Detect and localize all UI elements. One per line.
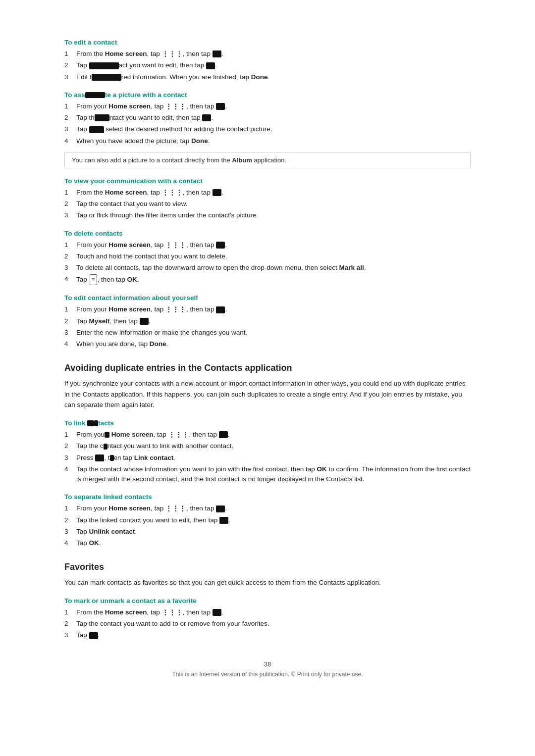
step-item: 3 Tap .	[64, 630, 471, 640]
dots-icon-3: ⋮⋮⋮	[162, 188, 183, 198]
section-link-contacts: To link tacts 1 From you Home screen, ta…	[64, 419, 471, 484]
redacted-inline	[85, 92, 105, 98]
step-item: 2 Tap thntact you want to edit, then tap…	[64, 113, 471, 123]
step-list-delete: 1 From your Home screen, tap ⋮⋮⋮, then t…	[64, 240, 471, 286]
section-title-view: To view your communication with a contac…	[64, 177, 471, 185]
step-item: 3 Tap Unlink contact.	[64, 527, 471, 537]
step-item: 1 From your Home screen, tap ⋮⋮⋮, then t…	[64, 101, 471, 111]
step-item: 2 Tap the contact you want to add to or …	[64, 619, 471, 629]
section-associate-picture: To asste a picture with a contact 1 From…	[64, 91, 471, 168]
copyright-text: This is an Internet version of this publ…	[64, 671, 471, 678]
step-item: 2 Tap the cntact you want to link with a…	[64, 441, 471, 451]
step-list-edit-contact: 1 From the Home screen, tap ⋮⋮⋮, then ta…	[64, 49, 471, 82]
step-item: 1 From your Home screen, tap ⋮⋮⋮, then t…	[64, 504, 471, 513]
step-list-link: 1 From you Home screen, tap ⋮⋮⋮, then ta…	[64, 430, 471, 484]
page-content: To edit a contact 1 From the Home screen…	[54, 0, 481, 707]
step-list-view: 1 From the Home screen, tap ⋮⋮⋮, then ta…	[64, 188, 471, 221]
redacted-icon-13	[89, 632, 98, 639]
step-item: 1 From your Home screen, tap ⋮⋮⋮, then t…	[64, 304, 471, 314]
section-edit-contact: To edit a contact 1 From the Home screen…	[64, 39, 471, 82]
redacted-block-4	[89, 126, 104, 133]
redacted-icon-11	[219, 517, 228, 524]
step-item: 2 Tap act you want to edit, then tap .	[64, 60, 471, 70]
dots-icon-4: ⋮⋮⋮	[165, 240, 186, 250]
section-title-edit-contact: To edit a contact	[64, 39, 471, 46]
redacted-icon-sm	[206, 62, 215, 69]
menu-icon: ≡	[90, 274, 97, 285]
section-title-associate: To asste a picture with a contact	[64, 91, 471, 99]
step-item: 1 From the Home screen, tap ⋮⋮⋮, then ta…	[64, 49, 471, 59]
redacted-icon-4	[213, 189, 221, 196]
step-item: 4 Tap OK.	[64, 538, 471, 548]
section-delete-contacts: To delete contacts 1 From your Home scre…	[64, 230, 471, 286]
step-item: 2 Tap the contact that you want to view.	[64, 199, 471, 209]
redacted-icon-9	[95, 454, 104, 461]
page-footer: 38 This is an Internet version of this p…	[64, 660, 471, 678]
redacted-block-3	[95, 114, 109, 121]
step-item: 2 Tap the linked contact you want to edi…	[64, 515, 471, 525]
section-title-mark-favorite: To mark or unmark a contact as a favorit…	[64, 597, 471, 605]
step-item: 1 From your Home screen, tap ⋮⋮⋮, then t…	[64, 240, 471, 250]
step-item: 3 Edit tred information. When you are fi…	[64, 72, 471, 82]
page-number: 38	[64, 660, 471, 668]
redacted-icon-2	[216, 103, 225, 110]
step-item: 4 Tap the contact whose information you …	[64, 464, 471, 485]
step-list-associate: 1 From your Home screen, tap ⋮⋮⋮, then t…	[64, 101, 471, 146]
note-album: You can also add a picture to a contact …	[64, 152, 471, 168]
dots-icon-7: ⋮⋮⋮	[165, 504, 186, 513]
redacted-block	[89, 62, 119, 69]
step-item: 4 Tap ≡, then tap OK.	[64, 274, 471, 285]
redacted-icon-6	[216, 306, 225, 313]
h2-favorites: Favorites	[64, 562, 471, 572]
dots-icon-5: ⋮⋮⋮	[165, 304, 186, 314]
dots-icon-2: ⋮⋮⋮	[165, 101, 186, 111]
redacted-block-2	[92, 74, 121, 81]
step-item: 1 From the Home screen, tap ⋮⋮⋮, then ta…	[64, 188, 471, 198]
favorites-body: You can mark contacts as favorites so th…	[64, 577, 471, 588]
step-item: 2 Tap Myself, then tap .	[64, 316, 471, 326]
step-list-edit-self: 1 From your Home screen, tap ⋮⋮⋮, then t…	[64, 304, 471, 349]
step-item: 1 From you Home screen, tap ⋮⋮⋮, then ta…	[64, 430, 471, 440]
redacted-icon-10	[216, 505, 225, 512]
step-item: 3 Tap or flick through the filter items …	[64, 210, 471, 220]
step-item: 2 Touch and hold the contact that you wa…	[64, 252, 471, 261]
step-item: 4 When you are done, tap Done.	[64, 339, 471, 349]
redacted-icon-12	[213, 609, 221, 616]
section-title-edit-self: To edit contact information about yourse…	[64, 294, 471, 302]
redacted-icon-5	[216, 242, 225, 249]
step-item: 3 To delete all contacts, tap the downwa…	[64, 263, 471, 273]
avoid-duplicates-body: If you synchronize your contacts with a …	[64, 378, 471, 410]
step-item: 1 From the Home screen, tap ⋮⋮⋮, then ta…	[64, 607, 471, 617]
redacted-icon-3	[202, 114, 211, 121]
section-separate-contacts: To separate linked contacts 1 From your …	[64, 493, 471, 548]
step-list-mark-favorite: 1 From the Home screen, tap ⋮⋮⋮, then ta…	[64, 607, 471, 641]
step-item: 3 Enter the new information or make the …	[64, 328, 471, 338]
section-view-communication: To view your communication with a contac…	[64, 177, 471, 221]
dots-icon-8: ⋮⋮⋮	[162, 607, 183, 617]
h2-avoid-duplicates: Avoiding duplicate entries in the Contac…	[64, 363, 471, 373]
section-edit-yourself: To edit contact information about yourse…	[64, 294, 471, 349]
section-title-delete: To delete contacts	[64, 230, 471, 237]
redacted-icon	[213, 50, 221, 57]
step-item: 3 Press , ten tap Link contact.	[64, 453, 471, 463]
step-item: 3 Tap select the desired method for addi…	[64, 124, 471, 134]
step-item: 4 When you have added the picture, tap D…	[64, 136, 471, 146]
redacted-icon-8	[219, 431, 228, 438]
redacted-icon-7	[140, 318, 149, 325]
section-avoid-duplicates: Avoiding duplicate entries in the Contac…	[64, 363, 471, 410]
section-title-link: To link tacts	[64, 419, 471, 427]
dots-icon-6: ⋮⋮⋮	[168, 430, 189, 440]
section-favorites: Favorites You can mark contacts as favor…	[64, 562, 471, 640]
dots-icon: ⋮⋮⋮	[162, 49, 183, 59]
step-list-separate: 1 From your Home screen, tap ⋮⋮⋮, then t…	[64, 504, 471, 548]
section-title-separate: To separate linked contacts	[64, 493, 471, 501]
